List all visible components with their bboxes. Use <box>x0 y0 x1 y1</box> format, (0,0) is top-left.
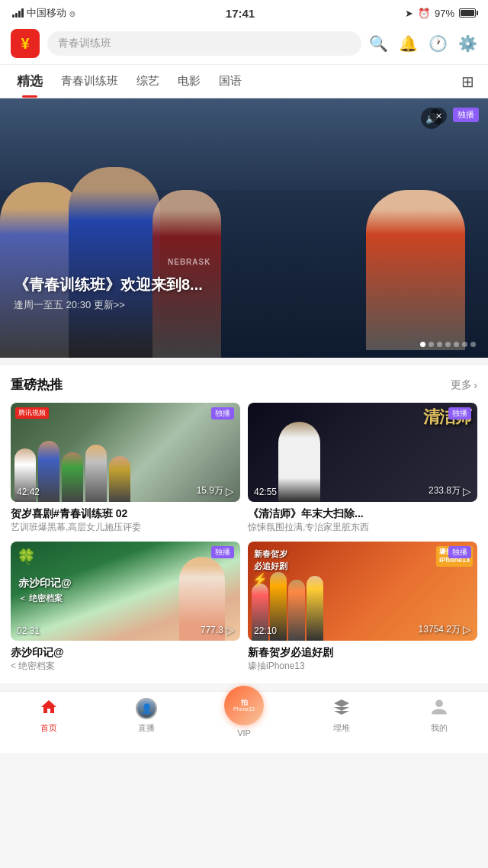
dot-7 <box>470 342 476 347</box>
profile-icon <box>430 698 448 719</box>
video-title-2: 《清洁师》年末大扫除... <box>248 506 477 520</box>
battery-icon <box>459 8 476 18</box>
video-info-2: 《清洁师》年末大扫除... 惊悚氛围拉满,专治家里脏东西 <box>248 506 477 534</box>
signal-icon <box>12 8 24 18</box>
logo-symbol: ¥ <box>21 35 29 53</box>
alarm-icon: ⏰ <box>418 8 430 19</box>
section-more-button[interactable]: 更多 › <box>451 378 477 392</box>
live-label: 直播 <box>138 722 155 734</box>
tab-jingxuan[interactable]: 精选 <box>8 65 52 98</box>
stack-label: 埋堆 <box>333 722 350 734</box>
hero-banner[interactable]: NEBRASK 《青春训练班》欢迎来到8... 逢周一至五 20:30 更新>>… <box>0 98 488 358</box>
play-icon-3: ▷ <box>226 624 234 636</box>
bell-icon[interactable]: 🔔 <box>399 34 418 53</box>
duration-4: 22:10 <box>254 625 277 636</box>
video-info-4: 新春贺岁必追好剧 壕抽iPhone13 <box>248 645 477 673</box>
clock-icon[interactable]: 🕐 <box>429 34 448 53</box>
play-icon-2: ▷ <box>463 485 471 497</box>
stack-icon <box>332 698 351 719</box>
video-card-2[interactable]: 清洁师 独播 42:55 233.8万 ▷ 《清洁师》年末大扫除... 惊悚氛围… <box>248 403 477 534</box>
duration-2: 42:55 <box>254 487 277 497</box>
hero-figure-right-mid <box>152 190 221 358</box>
video-info-1: 贺岁喜剧#青春训练班 02 艺训班爆黑幕,高层女儿施压评委 <box>11 506 240 534</box>
app-header: ¥ 青春训练班 🔍 🔔 🕐 ⚙️ <box>0 23 488 65</box>
exclusive-badge-3: 独播 <box>211 546 234 558</box>
play-icon-1: ▷ <box>226 485 234 497</box>
views-4: 13754.2万 ▷ <box>419 623 471 636</box>
video-card-4[interactable]: 新春贺岁必追好剧 壕抽iPhone13 ⚡ 独播 22:10 13754.2万 … <box>248 542 477 673</box>
play-icon-4: ▷ <box>463 623 471 635</box>
profile-label: 我的 <box>431 722 448 734</box>
video-thumb-3: 🍀 赤沙印记@＜ 绝密档案 独播 02:31 777.3 ▷ <box>11 542 240 641</box>
vip-button[interactable]: 拍 Phone13 <box>224 686 264 725</box>
bottom-nav: 首页 👤 直播 拍 Phone13 VIP 埋堆 <box>0 691 488 753</box>
duration-1: 42:42 <box>17 487 40 497</box>
search-bar[interactable]: 青春训练班 <box>47 31 361 56</box>
views-1: 15.9万 ▷ <box>197 484 234 497</box>
hero-figure-right <box>366 190 465 350</box>
dot-5 <box>454 342 459 347</box>
video-card-1[interactable]: 腾讯视频 独播 42:42 15.9万 ▷ 贺岁喜剧#青春训练班 02 艺训班爆… <box>11 403 240 534</box>
video-card-3[interactable]: 🍀 赤沙印记@＜ 绝密档案 独播 02:31 777.3 ▷ 赤沙印记@ < 绝… <box>11 542 240 673</box>
section-title: 重磅热推 <box>11 376 63 394</box>
status-left: 中国移动 ⌾ <box>12 6 75 20</box>
battery-percent: 97% <box>435 8 454 19</box>
nav-more-button[interactable]: ⊞ <box>455 66 480 97</box>
video-title-4: 新春贺岁必追好剧 <box>248 645 477 659</box>
exclusive-badge-1: 独播 <box>211 407 234 420</box>
hero-title: 《青春训练班》欢迎来到8... <box>14 275 203 295</box>
dot-6 <box>462 342 467 347</box>
views-2: 233.8万 ▷ <box>429 484 471 497</box>
search-placeholder-text: 青春训练班 <box>58 37 111 50</box>
nav-profile[interactable]: 我的 <box>390 698 488 738</box>
status-bar: 中国移动 ⌾ 17:41 ➤ ⏰ 97% <box>0 0 488 23</box>
video-desc-1: 艺训班爆黑幕,高层女儿施压评委 <box>11 522 240 534</box>
shirt-text: NEBRASK <box>168 258 210 266</box>
newyear-text: 新春贺岁必追好剧 <box>254 548 287 573</box>
search-icon[interactable]: 🔍 <box>369 34 388 53</box>
hero-scene: NEBRASK <box>0 98 488 358</box>
video-info-3: 赤沙印记@ < 绝密档案 <box>11 645 240 673</box>
nav-stack[interactable]: 埋堆 <box>293 698 390 738</box>
tab-guoyu[interactable]: 国语 <box>210 66 251 96</box>
lightning-icon: ⚡ <box>252 572 268 587</box>
dot-3 <box>437 342 442 347</box>
video-grid: 腾讯视频 独播 42:42 15.9万 ▷ 贺岁喜剧#青春训练班 02 艺训班爆… <box>11 403 477 683</box>
video-thumb-4: 新春贺岁必追好剧 壕抽iPhone13 ⚡ 独播 22:10 13754.2万 … <box>248 542 477 641</box>
tab-qingchun[interactable]: 青春训练班 <box>52 66 127 96</box>
views-3: 777.3 ▷ <box>201 624 234 636</box>
nav-live[interactable]: 👤 直播 <box>98 698 195 738</box>
video-desc-3: < 绝密档案 <box>11 661 240 673</box>
cleaner-figure <box>278 422 320 502</box>
video-desc-4: 壕抽iPhone13 <box>248 661 477 673</box>
time-display: 17:41 <box>226 7 255 20</box>
wifi-icon: ⌾ <box>69 8 75 19</box>
hero-dots <box>420 342 476 347</box>
chevron-right-icon: › <box>474 379 477 391</box>
hot-section: 重磅热推 更多 › 腾讯视频 <box>0 365 488 683</box>
dot-1 <box>420 342 425 347</box>
exclusive-badge-2: 独播 <box>448 407 471 420</box>
carrier-label: 中国移动 <box>27 6 66 20</box>
video-thumb-2: 清洁师 独播 42:55 233.8万 ▷ <box>248 403 477 502</box>
home-icon <box>40 698 58 719</box>
hero-subtitle: 逢周一至五 20:30 更新>> <box>14 298 203 312</box>
hero-figure-center <box>69 167 160 358</box>
section-header: 重磅热推 更多 › <box>11 376 477 394</box>
vip-label: VIP <box>237 728 251 738</box>
live-icon: 👤 <box>136 698 157 719</box>
dot-2 <box>429 342 434 347</box>
video-title-3: 赤沙印记@ <box>11 645 240 659</box>
nav-home[interactable]: 首页 <box>0 698 98 738</box>
exclusive-badge-4: 独播 <box>448 546 471 558</box>
nav-vip[interactable]: 拍 Phone13 VIP <box>195 698 293 738</box>
tab-zongyi[interactable]: 综艺 <box>127 66 169 96</box>
close-button[interactable]: ✕ <box>430 108 447 124</box>
tab-dianying[interactable]: 电影 <box>169 66 210 96</box>
duration-3: 02:31 <box>17 625 40 636</box>
location-icon: ➤ <box>405 8 413 19</box>
nav-tabs: 精选 青春训练班 综艺 电影 国语 ⊞ <box>0 65 488 98</box>
hero-exclusive-badge: 独播 <box>453 108 479 122</box>
app-logo[interactable]: ¥ <box>11 29 40 58</box>
filter-icon[interactable]: ⚙️ <box>458 34 477 53</box>
